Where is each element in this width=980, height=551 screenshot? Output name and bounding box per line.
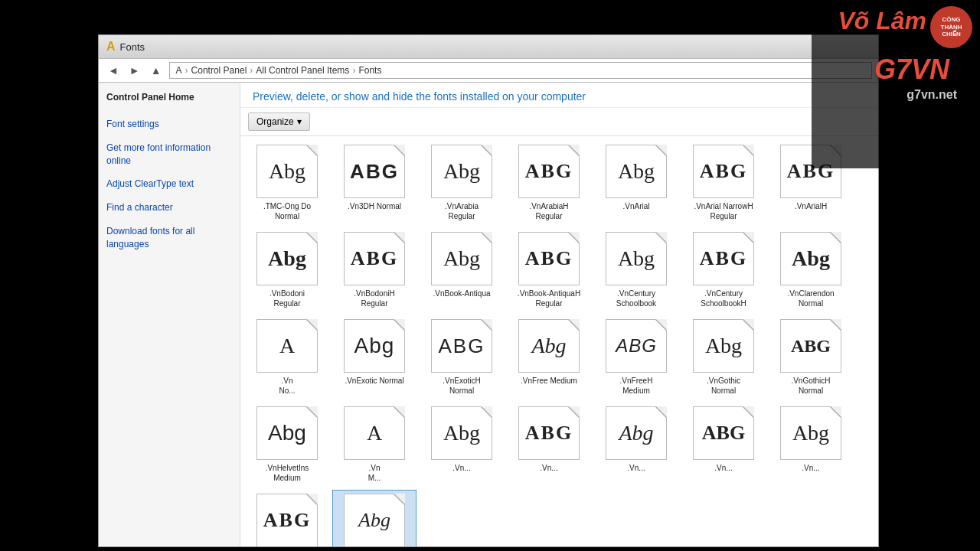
font-name-label: .VnExotic Normal [345,376,403,386]
font-icon: Abg [693,319,754,373]
font-name-label: .VnCentury Schoolbook [616,289,656,308]
font-name-label: .VnBodoniH Regular [354,289,394,308]
window-title: Fonts [120,41,145,53]
font-name-label: .VnArialH [795,201,827,211]
sidebar-link-font-settings[interactable]: Font settings [106,116,232,132]
font-sample-text: Abg [268,248,306,269]
font-sample-text: Abg [618,248,655,269]
font-item[interactable]: ABG.Vn... [681,403,766,487]
font-item[interactable]: A.Vn M... [332,403,416,487]
font-icon: ABG [431,319,492,373]
font-name-label: .Vn M... [368,463,381,483]
font-name-label: .VnBook-AntiquaH Regular [518,289,580,308]
logo-url: g7vn.net [906,88,957,102]
address-path[interactable]: A › Control Panel › All Control Panel It… [169,62,872,79]
address-bar: ◄ ► ▲ A › Control Panel › All Control Pa… [99,59,878,83]
font-icon: Abg [606,232,667,285]
font-item[interactable]: Abg.Vn... [769,403,853,487]
font-name-label: .Vn... [540,463,557,473]
font-name-label: .VnFreeH Medium [620,376,653,396]
font-item[interactable]: ABG.VnExoticH Normal [420,315,504,399]
font-item[interactable]: ABG.VnBodoniH Regular [332,228,416,312]
font-icon: ABG [344,232,405,285]
font-name-label: .Vn... [802,463,819,473]
font-sample-text: Abg [619,422,653,444]
font-icon: Abg [256,232,318,285]
font-item[interactable]: ABG.Vn3DH Normal [332,141,416,225]
sidebar-link-find-character[interactable]: Find a character [106,200,232,216]
sidebar-link-adjust-cleartype[interactable]: Adjust ClearType text [106,176,232,192]
font-name-label: .VnClarendon Normal [787,289,834,308]
font-name-label: .Vn... [627,463,645,473]
font-item[interactable]: ABG.VnArial NarrowH Regular [681,141,766,225]
font-item[interactable]: Abg.VnArabia Regular [420,141,504,225]
font-item[interactable]: Abg.VnBodoni Regular [245,228,329,312]
font-item[interactable]: Abg.TMC-Ong Do Normal [245,141,329,225]
font-item[interactable]: Abg.VnCentury Schoolbook [594,228,678,312]
font-sample-text: Abg [443,422,480,444]
font-item[interactable]: ABG.VnCentury SchoolbookH [681,228,766,312]
font-name-label: .Vn No... [279,376,295,396]
font-icon: Abg [780,406,841,460]
font-sample-text: A [279,335,295,357]
font-name-label: .VnGothic Normal [707,376,740,396]
font-item[interactable]: ABG.VnArialH [769,141,853,225]
font-sample-text: ABG [525,423,573,443]
font-item[interactable]: Abg.VnGothic Normal [681,315,766,399]
font-item[interactable]: Abg.Vn... [332,490,416,546]
font-item[interactable]: A.Vn No... [245,315,329,399]
logo-circle: CÔNGTHÀNHCHIẾN [930,6,972,48]
content-header: Preview, delete, or show and hide the fo… [240,83,878,108]
font-sample-text: Abg [268,422,306,444]
font-sample-text: Abg [618,161,655,182]
font-item[interactable]: Abg.VnFree Medium [507,315,591,399]
font-item[interactable]: ABG.VnArabiaH Regular [507,141,591,225]
font-sample-text: A [367,422,382,444]
font-item[interactable]: Abg.VnBook-Antiqua [420,228,504,312]
font-icon: ABG [518,145,580,198]
font-name-label: .VnExoticH Normal [443,376,480,396]
sidebar-link-get-more-font[interactable]: Get more font information online [106,140,232,169]
logo-title: Võ Lâm [838,8,926,34]
font-item[interactable]: Abg.Vn... [594,403,678,487]
font-sample-text: ABG [350,161,399,181]
font-sample-text: Abg [443,161,480,182]
font-icon: Abg [606,406,667,460]
font-sample-text: ABG [263,510,311,530]
font-sample-text: ABG [700,161,747,181]
font-name-label: .VnArabia Regular [445,201,479,221]
font-icon: Abg [344,494,405,546]
font-name-label: .VnArabiaH Regular [529,201,568,221]
font-icon: Abg [606,145,667,198]
font-icon: A [344,406,405,460]
font-item[interactable]: Abg.VnExotic Normal [332,315,416,399]
font-item[interactable]: Abg.VnArial [594,141,678,225]
font-name-label: .VnGothicH Normal [791,376,830,396]
font-icon: ABG [518,406,580,460]
font-item[interactable]: ABG.VnGothicH Normal [769,315,853,399]
font-item[interactable]: ABG.VnBook-AntiquaH Regular [507,228,591,312]
font-sample-text: ABG [702,423,745,443]
font-sample-text: ABG [439,336,485,356]
forward-button[interactable]: ► [126,63,143,78]
font-sample-text: Abg [443,248,480,269]
font-item[interactable]: ABG.Vn... [245,490,329,546]
font-name-label: .TMC-Ong Do Normal [263,201,311,221]
font-item[interactable]: Abg.VnClarendon Normal [769,228,853,312]
content-area: Preview, delete, or show and hide the fo… [240,83,878,546]
font-icon: Abg [431,232,492,285]
font-sample-text: Abg [531,335,566,357]
up-button[interactable]: ▲ [148,63,165,78]
font-item[interactable]: Abg.Vn... [420,403,504,487]
font-icon: ABG [256,494,318,546]
font-item[interactable]: Abg.VnHelvetIns Medium [245,403,329,487]
font-item[interactable]: ABG.VnFreeH Medium [594,315,678,399]
sidebar-link-download-fonts[interactable]: Download fonts for all languages [106,223,232,253]
font-sample-text: Abg [358,510,390,530]
logo-subtitle: G7VN [874,54,949,86]
organize-button[interactable]: Organize ▾ [248,112,310,131]
font-item[interactable]: ABG.Vn... [507,403,591,487]
back-button[interactable]: ◄ [105,63,122,78]
font-sample-text: ABG [525,161,573,181]
font-name-label: .VnBook-Antiqua [433,289,490,298]
